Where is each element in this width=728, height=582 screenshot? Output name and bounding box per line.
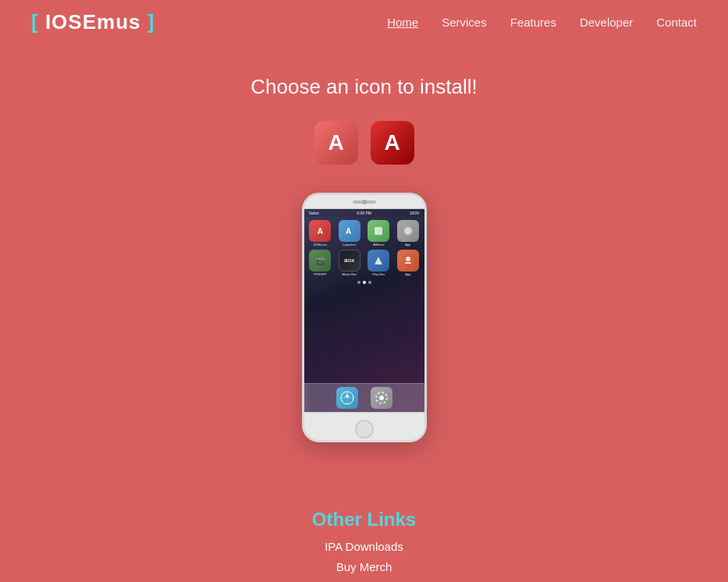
nav-home[interactable]: Home	[387, 16, 418, 29]
app-icon-4	[397, 220, 419, 242]
nav-services[interactable]: Services	[442, 16, 487, 29]
svg-point-11	[379, 396, 384, 400]
app-slot-4[interactable]: App	[395, 220, 421, 247]
app-label-1: IOSEmus	[314, 243, 327, 247]
dot-2	[363, 281, 366, 284]
buy-merch-link[interactable]: Buy Merch	[336, 560, 392, 573]
app-slot-6[interactable]: BOX Movie Box	[336, 250, 363, 276]
other-links-section: Other Links IPA Downloads Buy Merch	[312, 509, 416, 580]
logo: [ IOSEmus ]	[31, 10, 154, 34]
phone-bottom	[304, 412, 424, 442]
app-icon-7	[368, 250, 389, 271]
svg-point-2	[404, 227, 412, 235]
logo-bracket-open: [	[31, 10, 45, 34]
app-label-4: App	[405, 243, 410, 247]
app-icon-8	[397, 250, 419, 271]
phone-body: Safari 9:08 PM 100% A IOSEmus A	[302, 193, 427, 442]
app-icon-2: A	[339, 220, 360, 242]
svg-marker-4	[375, 257, 382, 264]
other-links-list: IPA Downloads Buy Merch	[312, 540, 416, 574]
status-right: 100%	[410, 211, 420, 215]
list-item: Buy Merch	[312, 560, 416, 574]
app-label-8: App	[405, 272, 410, 276]
phone-reflection	[302, 455, 427, 467]
icon-choices: A A	[314, 121, 414, 165]
app-slot-3[interactable]: AltStore	[366, 220, 392, 247]
dock-safari-icon[interactable]	[336, 387, 358, 409]
app-slot-7[interactable]: Play Box	[366, 250, 392, 276]
app-label-6: Movie Box	[342, 272, 357, 276]
icon-light-button[interactable]: A	[314, 121, 358, 165]
ipa-downloads-link[interactable]: IPA Downloads	[325, 540, 403, 553]
svg-text:🎬: 🎬	[316, 257, 325, 265]
header: [ IOSEmus ] Home Services Features Devel…	[0, 0, 728, 44]
app-slot-5[interactable]: 🎬 PPSSPP	[307, 250, 334, 276]
app-slot-1[interactable]: A IOSEmus	[307, 220, 334, 247]
app-icon-6: BOX	[339, 250, 360, 271]
app-slot-8[interactable]: App	[395, 250, 421, 276]
page-headline: Choose an icon to install!	[250, 75, 478, 99]
app-grid: A IOSEmus A Launcher	[304, 217, 424, 279]
phone-screen: Safari 9:08 PM 100% A IOSEmus A	[304, 209, 424, 412]
status-left: Safari	[309, 211, 319, 215]
main-nav: Home Services Features Developer Contact	[387, 16, 697, 29]
app-label-5: PPSSPP	[314, 272, 326, 276]
app-icon-5: 🎬	[309, 250, 331, 271]
phone-camera	[362, 200, 367, 204]
nav-contact[interactable]: Contact	[656, 16, 697, 29]
phone-dot-indicator	[304, 279, 424, 286]
other-links-title: Other Links	[312, 509, 416, 531]
phone-dock	[304, 383, 424, 412]
app-icon-3	[368, 220, 389, 242]
app-label-7: Play Box	[372, 272, 385, 276]
app-icon-1: A	[309, 220, 331, 242]
svg-rect-1	[375, 227, 382, 235]
svg-point-5	[406, 257, 410, 261]
list-item: IPA Downloads	[312, 540, 416, 554]
nav-features[interactable]: Features	[510, 16, 556, 29]
nav-developer[interactable]: Developer	[580, 16, 633, 29]
main-content: Choose an icon to install! A A Safari 9:…	[0, 44, 728, 580]
app-label-2: Launcher	[343, 243, 356, 247]
status-time: 9:08 PM	[357, 211, 371, 215]
app-slot-2[interactable]: A Launcher	[336, 220, 363, 247]
phone-top-bar	[304, 195, 424, 209]
app-label-3: AltStore	[373, 243, 384, 247]
phone-status-bar: Safari 9:08 PM 100%	[304, 209, 424, 217]
svg-text:A: A	[346, 227, 351, 236]
icon-dark-button[interactable]: A	[371, 121, 414, 165]
logo-name: IOSEmus	[45, 10, 141, 34]
phone-home-button[interactable]	[355, 420, 374, 438]
dot-3	[368, 281, 371, 284]
phone-mockup: Safari 9:08 PM 100% A IOSEmus A	[302, 193, 427, 477]
dock-settings-icon[interactable]	[371, 387, 392, 409]
dot-1	[357, 281, 360, 284]
logo-bracket-close: ]	[140, 10, 154, 34]
icon-light-letter: A	[328, 130, 343, 155]
icon-dark-letter: A	[384, 130, 400, 155]
svg-rect-6	[405, 262, 411, 264]
